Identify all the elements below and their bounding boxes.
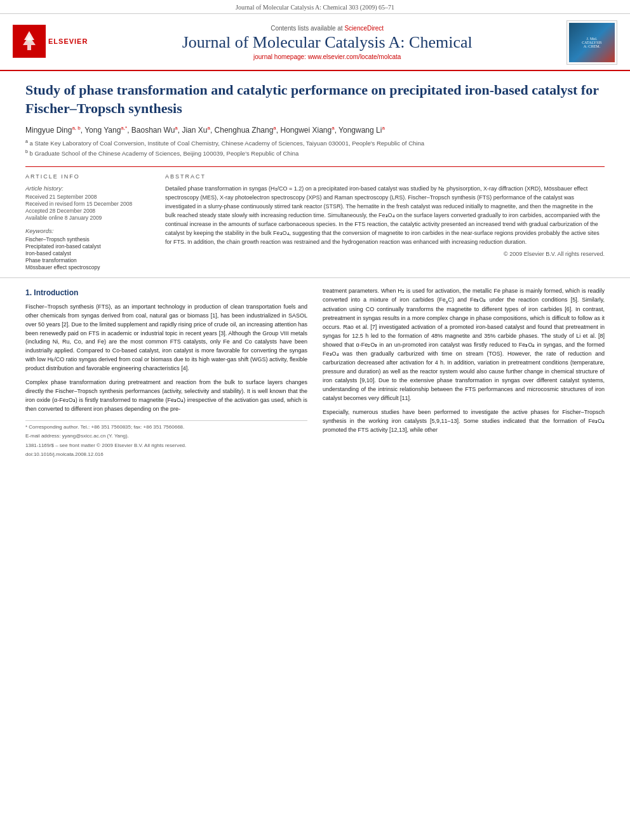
article-info-col: ARTICLE INFO Article history: Received 2… xyxy=(25,173,152,271)
journal-cover-image: J. Mol.CATALYSISA: CHEM. xyxy=(566,20,617,65)
abstract-col: ABSTRACT Detailed phase transformation i… xyxy=(165,173,605,271)
hist-revised: Received in revised form 15 December 200… xyxy=(25,201,152,207)
journal-ref: Journal of Molecular Catalysis A: Chemic… xyxy=(236,4,394,11)
cover-thumbnail: J. Mol.CATALYSISA: CHEM. xyxy=(569,23,615,62)
page: Journal of Molecular Catalysis A: Chemic… xyxy=(0,0,630,840)
body-left-col: 1. Introduction Fischer–Tropsch synthesi… xyxy=(25,287,307,460)
abstract-text: Detailed phase transformation in syngas … xyxy=(165,185,605,247)
affiliation-a: a a State Key Laboratory of Coal Convers… xyxy=(25,138,605,147)
right-para-2: Especially, numerous studies have been p… xyxy=(323,408,605,435)
sciencedirect-link[interactable]: ScienceDirect xyxy=(344,25,384,32)
footnote-doi: doi:10.1016/j.molcata.2008.12.016 xyxy=(25,451,307,458)
info-abstract-section: ARTICLE INFO Article history: Received 2… xyxy=(25,166,605,271)
footnote-email: E-mail address: yyang@sxicc.ac.cn (Y. Ya… xyxy=(25,432,307,440)
journal-banner: 🌳 ELSEVIER Contents lists available at S… xyxy=(0,14,630,71)
elsevier-label: ELSEVIER xyxy=(48,37,88,45)
authors-line: Mingyue Dinga, b, Yong Yanga,*, Baoshan … xyxy=(25,125,605,135)
body-columns: 1. Introduction Fischer–Tropsch synthesi… xyxy=(25,287,605,460)
journal-header: Journal of Molecular Catalysis A: Chemic… xyxy=(0,0,630,14)
article-title: Study of phase transformation and cataly… xyxy=(25,81,605,117)
kw-2: Precipitated iron-based catalyst xyxy=(25,243,152,250)
keywords-section: Keywords: Fischer–Tropsch synthesis Prec… xyxy=(25,227,152,270)
journal-title-banner: Journal of Molecular Catalysis A: Chemic… xyxy=(88,33,566,52)
elsevier-tree-icon: 🌳 xyxy=(15,27,43,55)
footnote-section: * Corresponding author. Tel.: +86 351 75… xyxy=(25,420,307,459)
footnote-issn: 1381-1169/$ – see front matter © 2009 El… xyxy=(25,442,307,450)
elsevier-box: 🌳 xyxy=(13,25,46,58)
journal-homepage: journal homepage: www.elsevier.com/locat… xyxy=(88,53,566,60)
contents-line: Contents lists available at ScienceDirec… xyxy=(88,25,566,32)
intro-para-2: Complex phase transformation during pret… xyxy=(25,378,307,414)
banner-left: 🌳 ELSEVIER xyxy=(13,25,88,60)
hist-received: Received 21 September 2008 xyxy=(25,194,152,200)
main-body: 1. Introduction Fischer–Tropsch synthesi… xyxy=(0,277,630,472)
hist-online: Available online 8 January 2009 xyxy=(25,215,152,221)
copyright-line: © 2009 Elsevier B.V. All rights reserved… xyxy=(165,251,605,257)
kw-4: Phase transformation xyxy=(25,257,152,263)
kw-3: Iron-based catalyst xyxy=(25,250,152,257)
article-history: Article history: Received 21 September 2… xyxy=(25,185,152,221)
kw-5: Mössbauer effect spectroscopy xyxy=(25,264,152,270)
article-content: Study of phase transformation and cataly… xyxy=(0,71,630,277)
homepage-url[interactable]: www.elsevier.com/locate/molcata xyxy=(308,53,401,60)
footnote-corresponding: * Corresponding author. Tel.: +86 351 75… xyxy=(25,423,307,431)
abstract-label: ABSTRACT xyxy=(165,173,605,180)
intro-heading: 1. Introduction xyxy=(25,287,307,299)
hist-accepted: Accepted 28 December 2008 xyxy=(25,208,152,214)
banner-center: Contents lists available at ScienceDirec… xyxy=(88,25,566,60)
elsevier-logo: 🌳 ELSEVIER xyxy=(13,25,88,58)
intro-para-1: Fischer–Tropsch synthesis (FTS), as an i… xyxy=(25,303,307,374)
article-info-label: ARTICLE INFO xyxy=(25,173,152,180)
body-right-col: treatment parameters. When H₂ is used fo… xyxy=(323,287,605,460)
affiliations: a a State Key Laboratory of Coal Convers… xyxy=(25,138,605,157)
affiliation-b: b b Graduate School of the Chinese Acade… xyxy=(25,149,605,157)
svg-rect-4 xyxy=(27,45,31,50)
kw-1: Fischer–Tropsch synthesis xyxy=(25,236,152,243)
keywords-label: Keywords: xyxy=(25,227,152,234)
right-para-1: treatment parameters. When H₂ is used fo… xyxy=(323,287,605,403)
history-label: Article history: xyxy=(25,185,152,192)
